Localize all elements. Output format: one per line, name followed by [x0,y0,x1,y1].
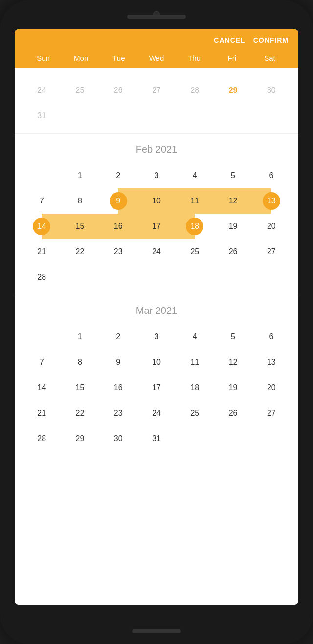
day-cell[interactable]: 9 [99,350,137,375]
day-number: 19 [224,379,242,397]
home-button[interactable] [132,629,181,633]
day-cell[interactable]: 2 [99,324,137,350]
day-cell[interactable]: 27 [252,239,291,265]
month-title: Feb 2021 [22,144,291,155]
day-cell[interactable]: 26 [99,78,137,103]
day-number: 2 [110,328,127,346]
calendar-body[interactable]: 2425262728293031Feb 20211234567891011121… [15,68,298,605]
day-cell[interactable]: 11 [176,188,214,214]
day-cell[interactable]: 22 [61,400,99,426]
day-cell [22,324,61,350]
day-number: 23 [110,243,127,261]
day-number: 4 [186,167,203,184]
day-cell[interactable]: 17 [137,375,176,400]
day-cell[interactable]: 16 [99,375,137,400]
day-cell[interactable]: 27 [137,78,176,103]
day-cell[interactable]: 4 [176,324,214,350]
day-cell[interactable]: 13 [252,188,291,214]
day-cell[interactable]: 26 [214,400,252,426]
day-number [33,328,50,346]
day-number: 31 [148,430,165,447]
day-cell[interactable]: 29 [61,426,99,451]
day-cell[interactable]: 30 [252,78,291,103]
day-cell[interactable]: 31 [137,426,176,451]
day-cell[interactable]: 24 [22,78,61,103]
day-cell[interactable]: 25 [61,78,99,103]
day-number: 25 [186,404,203,422]
day-cell[interactable]: 8 [61,350,99,375]
day-number: 7 [33,192,50,210]
day-number: 7 [33,354,50,371]
phone-frame: CANCEL CONFIRM SunMonTueWedThuFriSat 242… [0,0,313,644]
day-cell[interactable]: 28 [22,426,61,451]
day-cell[interactable]: 19 [214,375,252,400]
day-cell[interactable]: 27 [252,400,291,426]
day-cell[interactable]: 23 [99,239,137,265]
day-number: 22 [71,243,89,261]
day-cell[interactable]: 21 [22,239,61,265]
day-cell[interactable]: 25 [176,400,214,426]
day-cell[interactable]: 1 [61,163,99,188]
day-cell[interactable]: 9 [99,188,137,214]
day-cell[interactable]: 7 [22,188,61,214]
day-number: 21 [33,243,50,261]
day-cell[interactable]: 15 [61,214,99,239]
day-number: 9 [110,354,127,371]
day-number: 25 [186,243,203,261]
day-cell[interactable]: 14 [22,375,61,400]
day-cell[interactable]: 28 [176,78,214,103]
month-section-feb-2021: Feb 202112345678910111213141516171819202… [15,134,298,295]
day-cell[interactable]: 3 [137,324,176,350]
day-number: 28 [33,430,50,447]
day-cell[interactable]: 20 [252,214,291,239]
day-number: 18 [186,218,203,235]
day-cell[interactable]: 5 [214,163,252,188]
day-cell[interactable]: 29 [214,78,252,103]
day-cell[interactable]: 12 [214,350,252,375]
day-cell[interactable]: 24 [137,239,176,265]
calendar-header: CANCEL CONFIRM SunMonTueWedThuFriSat [15,29,298,68]
day-cell[interactable]: 18 [176,375,214,400]
day-cell[interactable]: 25 [176,239,214,265]
day-number: 16 [110,379,127,397]
day-number: 9 [110,192,127,210]
day-number: 10 [148,354,165,371]
day-number: 17 [148,379,165,397]
day-cell[interactable]: 13 [252,350,291,375]
day-cell[interactable]: 6 [252,324,291,350]
day-number: 30 [110,430,127,447]
day-cell[interactable]: 11 [176,350,214,375]
day-cell[interactable]: 12 [214,188,252,214]
day-cell[interactable]: 10 [137,188,176,214]
day-cell[interactable]: 24 [137,400,176,426]
day-cell[interactable]: 17 [137,214,176,239]
day-cell[interactable]: 19 [214,214,252,239]
day-cell[interactable]: 26 [214,239,252,265]
day-cell[interactable]: 15 [61,375,99,400]
day-cell[interactable]: 14 [22,214,61,239]
day-cell[interactable]: 2 [99,163,137,188]
weekday-row: SunMonTueWedThuFriSat [24,50,289,68]
day-cell[interactable]: 10 [137,350,176,375]
day-cell[interactable]: 30 [99,426,137,451]
day-cell[interactable]: 23 [99,400,137,426]
day-cell[interactable]: 7 [22,350,61,375]
day-cell[interactable]: 1 [61,324,99,350]
day-cell[interactable]: 5 [214,324,252,350]
day-cell[interactable]: 31 [22,103,61,129]
day-cell[interactable]: 21 [22,400,61,426]
calendar-container: CANCEL CONFIRM SunMonTueWedThuFriSat 242… [15,29,298,605]
day-cell[interactable]: 6 [252,163,291,188]
day-cell[interactable]: 22 [61,239,99,265]
day-cell[interactable]: 4 [176,163,214,188]
day-cell[interactable]: 28 [22,265,61,290]
day-cell[interactable]: 3 [137,163,176,188]
day-cell[interactable]: 8 [61,188,99,214]
confirm-button[interactable]: CONFIRM [253,36,289,44]
day-cell[interactable]: 20 [252,375,291,400]
day-cell[interactable]: 16 [99,214,137,239]
day-number: 3 [148,167,165,184]
cancel-button[interactable]: CANCEL [214,36,245,44]
day-cell[interactable]: 18 [176,214,214,239]
weekday-label: Thu [176,50,213,68]
